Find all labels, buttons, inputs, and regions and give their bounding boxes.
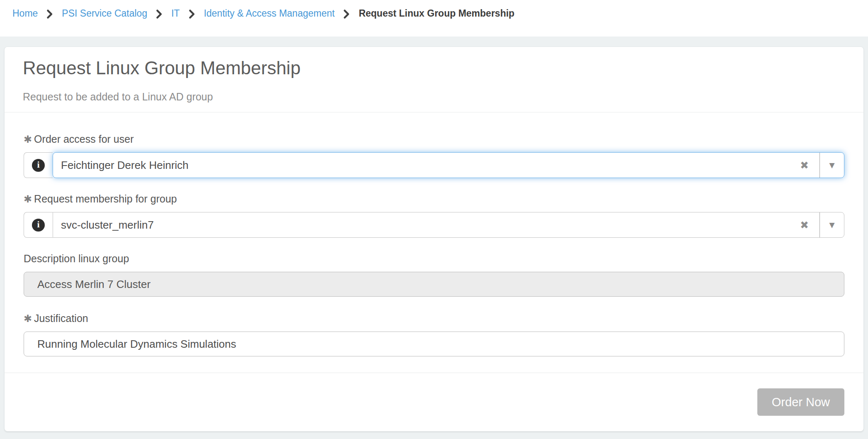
caret-down-icon: ▼ [829, 162, 834, 169]
user-combobox: i ✖ ▼ [24, 152, 844, 178]
page-subtitle: Request to be added to a Linux AD group [23, 91, 845, 103]
group-info-addon: i [24, 212, 53, 238]
chevron-right-icon [189, 9, 195, 19]
required-asterisk-icon: ✱ [24, 194, 32, 204]
user-dropdown-button[interactable]: ▼ [820, 153, 844, 178]
description-field-label: Description linux group [24, 253, 844, 265]
justification-field-label: ✱ Justification [24, 312, 844, 324]
panel-header: Request Linux Group Membership Request t… [5, 47, 863, 112]
user-info-addon: i [24, 152, 53, 178]
chevron-right-icon [343, 9, 350, 19]
info-icon: i [32, 159, 45, 172]
required-asterisk-icon: ✱ [24, 134, 32, 144]
description-input [24, 272, 844, 297]
breadcrumb-current-page: Request Linux Group Membership [359, 7, 514, 20]
required-asterisk-icon: ✱ [24, 314, 32, 324]
chevron-right-icon [156, 9, 162, 19]
info-icon: i [32, 219, 45, 232]
user-combo-field: ✖ ▼ [53, 152, 844, 178]
chevron-right-icon [46, 9, 53, 19]
clear-icon[interactable]: ✖ [789, 160, 820, 171]
breadcrumb-home[interactable]: Home [12, 7, 38, 20]
group-combobox: i ✖ ▼ [24, 212, 844, 238]
clear-icon[interactable]: ✖ [789, 220, 820, 230]
panel-footer: Order Now [5, 373, 863, 431]
user-input[interactable] [53, 153, 789, 178]
breadcrumb-identity-access-management[interactable]: Identity & Access Management [204, 7, 335, 20]
request-form-panel: Request Linux Group Membership Request t… [4, 46, 864, 432]
user-field-label: ✱ Order access for user [24, 133, 844, 145]
caret-down-icon: ▼ [829, 222, 834, 229]
breadcrumb-psi-service-catalog[interactable]: PSI Service Catalog [62, 7, 147, 20]
justification-input[interactable] [24, 332, 844, 356]
breadcrumb: Home PSI Service Catalog IT Identity & A… [0, 0, 868, 37]
group-field-label-text: Request membership for group [34, 193, 177, 205]
group-input[interactable] [53, 212, 789, 237]
group-combo-field: ✖ ▼ [53, 212, 844, 238]
description-field-label-text: Description linux group [24, 253, 129, 265]
breadcrumb-it[interactable]: IT [171, 7, 179, 20]
user-field-label-text: Order access for user [34, 133, 133, 145]
group-dropdown-button[interactable]: ▼ [820, 212, 844, 237]
group-field-label: ✱ Request membership for group [24, 193, 844, 205]
page-title: Request Linux Group Membership [23, 58, 845, 78]
order-now-button[interactable]: Order Now [757, 388, 844, 416]
justification-field-label-text: Justification [34, 312, 88, 324]
request-form: ✱ Order access for user i ✖ ▼ ✱ Request … [5, 112, 863, 373]
